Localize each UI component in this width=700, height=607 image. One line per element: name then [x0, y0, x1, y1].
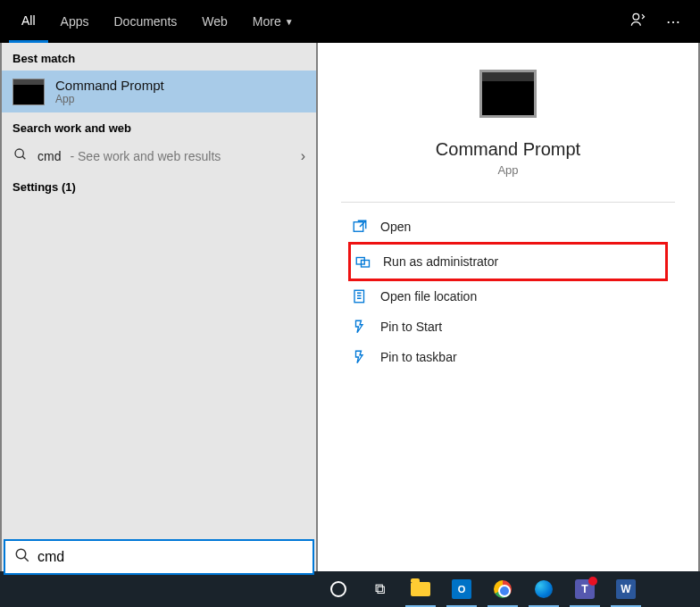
tab-apps[interactable]: Apps	[48, 0, 102, 43]
search-filter-tabs: All Apps Documents Web More▼ ⋯	[0, 0, 700, 43]
tab-more[interactable]: More▼	[240, 0, 306, 43]
action-pin-to-start[interactable]: Pin to Start	[348, 312, 668, 342]
action-open-file-location[interactable]: Open file location	[348, 281, 668, 312]
search-box[interactable]	[4, 539, 314, 575]
results-pane: Best match Command Prompt App Search wor…	[0, 43, 318, 571]
tab-documents[interactable]: Documents	[101, 0, 189, 43]
taskbar: ⧉ O T W	[0, 571, 700, 607]
app-large-icon	[479, 70, 537, 118]
open-icon	[352, 219, 368, 235]
task-view-icon: ⧉	[375, 581, 385, 597]
pin-start-icon	[352, 319, 368, 335]
chevron-down-icon: ▼	[285, 17, 294, 27]
svg-rect-5	[362, 261, 370, 268]
tab-web[interactable]: Web	[189, 0, 240, 43]
app-title: Command Prompt	[436, 139, 580, 160]
result-subtitle: App	[55, 93, 164, 105]
notification-badge	[588, 577, 597, 586]
teams-button[interactable]: T	[564, 571, 605, 607]
task-view-button[interactable]: ⧉	[359, 571, 400, 607]
work-web-header: Search work and web	[2, 112, 316, 140]
details-pane: Command Prompt App Open Run as administr…	[318, 43, 700, 571]
web-hint: - See work and web results	[70, 149, 221, 163]
edge-button[interactable]	[523, 571, 564, 607]
annotation-highlight: Run as administrator	[348, 242, 668, 281]
chrome-icon	[494, 580, 512, 598]
cortana-button[interactable]	[318, 571, 359, 607]
shield-admin-icon	[354, 254, 371, 270]
chevron-right-icon: ›	[301, 148, 305, 164]
chrome-button[interactable]	[482, 571, 523, 607]
folder-location-icon	[352, 288, 368, 304]
word-icon: W	[616, 579, 636, 599]
search-icon	[14, 547, 30, 567]
outlook-button[interactable]: O	[441, 571, 482, 607]
search-icon	[12, 147, 29, 164]
web-query: cmd	[38, 149, 61, 163]
action-run-as-administrator[interactable]: Run as administrator	[351, 246, 665, 277]
teams-icon: T	[575, 579, 595, 599]
edge-icon	[535, 580, 553, 598]
word-button[interactable]: W	[605, 571, 646, 607]
svg-line-2	[22, 156, 25, 159]
web-search-cmd[interactable]: cmd - See work and web results ›	[2, 140, 316, 171]
feedback-icon[interactable]	[620, 11, 655, 32]
tab-all[interactable]: All	[9, 0, 48, 43]
folder-icon	[411, 582, 430, 596]
svg-point-7	[16, 549, 26, 559]
best-match-header: Best match	[2, 43, 316, 71]
search-input[interactable]	[38, 549, 304, 565]
svg-rect-6	[354, 290, 364, 303]
svg-rect-4	[356, 258, 364, 265]
settings-header[interactable]: Settings (1)	[2, 171, 316, 199]
pin-taskbar-icon	[352, 349, 368, 365]
svg-rect-3	[354, 222, 363, 232]
result-title: Command Prompt	[55, 78, 164, 93]
result-command-prompt[interactable]: Command Prompt App	[2, 71, 316, 112]
outlook-icon: O	[452, 579, 471, 599]
svg-line-8	[24, 557, 29, 561]
action-pin-to-taskbar[interactable]: Pin to taskbar	[348, 342, 668, 372]
svg-point-0	[633, 13, 639, 20]
app-subtitle: App	[497, 163, 518, 177]
command-prompt-icon	[12, 79, 45, 105]
cortana-icon	[330, 581, 346, 597]
action-open[interactable]: Open	[348, 212, 668, 242]
svg-point-1	[15, 149, 23, 157]
more-options-icon[interactable]: ⋯	[655, 13, 691, 30]
file-explorer-button[interactable]	[400, 571, 441, 607]
